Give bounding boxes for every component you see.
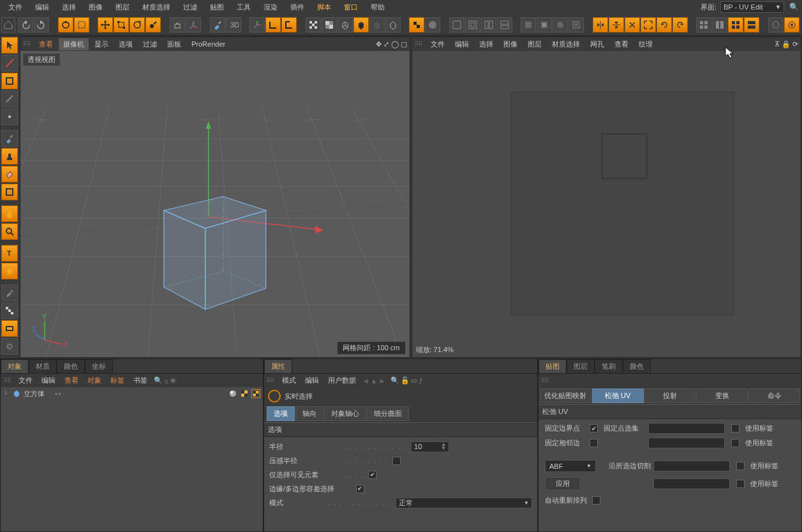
pointer-tool-icon[interactable]: [1, 37, 18, 54]
live-select-icon[interactable]: [58, 17, 73, 33]
selected-tag-icon[interactable]: [251, 389, 260, 398]
visibility-dot-icon[interactable]: •: [55, 390, 57, 397]
brush-3d-icon[interactable]: 3D: [226, 17, 241, 33]
redo-icon[interactable]: [34, 17, 49, 33]
home-icon[interactable]: [1, 17, 15, 33]
checkbox-tolerant[interactable]: [356, 485, 364, 493]
subtab-axis[interactable]: 轴向: [295, 406, 323, 421]
obj-menu-tags[interactable]: 标签: [107, 374, 128, 387]
lastused-icon[interactable]: [145, 17, 161, 33]
home-small-icon[interactable]: ⌂: [164, 377, 168, 385]
subtab-objaxis[interactable]: 对象轴心: [324, 406, 366, 421]
uv-menu-select[interactable]: 选择: [475, 38, 498, 50]
paint-brush-icon[interactable]: [1, 130, 18, 147]
axis-icon[interactable]: [249, 17, 265, 33]
attr-menu-userdata[interactable]: 用户数据: [324, 374, 360, 387]
tab-material[interactable]: 材质: [29, 359, 57, 373]
grid-a-icon[interactable]: [696, 17, 711, 33]
gear-tool-icon[interactable]: [1, 338, 18, 355]
back-icon[interactable]: ◄: [362, 377, 369, 385]
drop-icon[interactable]: [1, 205, 18, 222]
vp-menu-camera[interactable]: 摄像机: [59, 38, 89, 50]
new-window-icon[interactable]: ▭: [411, 376, 417, 385]
tab-uv-layer[interactable]: 图层: [567, 359, 595, 373]
input-radius[interactable]: 10▲▼: [411, 441, 449, 452]
nav-icon[interactable]: ▲: [371, 377, 378, 385]
uv-menu-image[interactable]: 图像: [499, 38, 522, 50]
menu-window[interactable]: 窗口: [338, 1, 364, 13]
tab-coord[interactable]: 坐标: [85, 359, 113, 373]
checkbox-use-tag1b[interactable]: [731, 439, 739, 447]
checkbox-visible[interactable]: [368, 471, 376, 479]
coord-l-icon[interactable]: [281, 17, 297, 33]
vp-menu-prorender[interactable]: ProRender: [187, 39, 230, 49]
brush-icon[interactable]: [210, 17, 225, 33]
grip-icon[interactable]: ⠿⠿: [415, 41, 422, 47]
obj-menu-bookmark[interactable]: 书签: [130, 374, 151, 387]
object-tree-row[interactable]: └ 立方体 • •: [1, 387, 263, 400]
vp-menu-filter[interactable]: 过滤: [138, 38, 161, 50]
layer-mask-icon[interactable]: [1, 320, 18, 337]
grip-icon[interactable]: ⠿⠿: [3, 378, 11, 384]
select-abf[interactable]: ABF▼: [545, 460, 596, 472]
grid-d-icon[interactable]: [744, 17, 759, 33]
menu-filter[interactable]: 过滤: [177, 1, 203, 13]
eraser-icon[interactable]: [1, 166, 18, 182]
tab-uv-color[interactable]: 颜色: [623, 359, 651, 373]
viewport-3d-canvas[interactable]: 透视视图: [20, 51, 410, 357]
poly-tool-icon[interactable]: [1, 73, 18, 89]
function-icon[interactable]: ƒ: [419, 377, 422, 385]
object-name[interactable]: 立方体: [24, 389, 45, 399]
uv-menu-texture[interactable]: 纹理: [634, 38, 657, 50]
mirror-h-icon[interactable]: [593, 17, 608, 33]
lock-icon[interactable]: 🔓: [401, 376, 410, 385]
uv-menu-mesh[interactable]: 网孔: [586, 38, 609, 50]
star-icon[interactable]: [1, 263, 18, 279]
menu-script[interactable]: 脚本: [311, 1, 337, 13]
grid-b-icon[interactable]: [712, 17, 727, 33]
tree-caret-icon[interactable]: └: [3, 390, 10, 397]
menu-help[interactable]: 帮助: [365, 1, 390, 13]
checker-small-icon[interactable]: [409, 17, 424, 33]
grip-icon[interactable]: ⠿⠿: [267, 378, 274, 384]
obj-menu-edit[interactable]: 编辑: [38, 374, 59, 387]
rect-select-icon[interactable]: [74, 17, 89, 33]
bucket-icon[interactable]: [1, 184, 18, 200]
visibility-dot2-icon[interactable]: •: [59, 390, 61, 397]
tab-color[interactable]: 颜色: [57, 359, 85, 373]
rotate-icon[interactable]: [130, 17, 145, 33]
obj-menu-object[interactable]: 对象: [84, 374, 105, 387]
attr-menu-mode[interactable]: 模式: [278, 374, 300, 387]
vp-menu-display[interactable]: 显示: [90, 38, 113, 50]
nav-pan-icon[interactable]: ✥: [376, 40, 382, 48]
input-cut-edges2[interactable]: [653, 478, 730, 489]
uv-menu-file[interactable]: 文件: [426, 38, 449, 50]
checker-tool-icon[interactable]: [1, 302, 18, 319]
wand-icon[interactable]: [1, 91, 18, 107]
coord-corner-icon[interactable]: [265, 17, 281, 33]
input-fix-sel[interactable]: [648, 423, 725, 434]
nav-max-icon[interactable]: ▢: [401, 40, 407, 48]
uv-c-icon[interactable]: [481, 17, 496, 33]
menu-tools[interactable]: 工具: [231, 1, 256, 13]
menu-file[interactable]: 文件: [3, 1, 28, 13]
sync-icon[interactable]: ⟳: [792, 40, 798, 48]
map-1-icon[interactable]: [521, 17, 536, 33]
attr-menu-edit[interactable]: 编辑: [301, 374, 323, 387]
uv-a-icon[interactable]: [449, 17, 464, 33]
move-icon[interactable]: [98, 17, 113, 33]
obj-menu-file[interactable]: 文件: [15, 374, 36, 387]
input-cut-edges[interactable]: [653, 461, 730, 471]
uv-menu-layer[interactable]: 图层: [523, 38, 546, 50]
input-fix-adj[interactable]: [648, 438, 725, 448]
point-tool-icon[interactable]: [1, 108, 18, 125]
uv-menu-material[interactable]: 材质选择: [547, 38, 584, 50]
viewport-uv-canvas[interactable]: 缩放: 71.4%: [412, 51, 801, 357]
nav-orbit-icon[interactable]: ◯: [391, 40, 399, 48]
xyz-icon[interactable]: [186, 17, 201, 33]
uv-b-icon[interactable]: [465, 17, 480, 33]
checkbox-use-tag1[interactable]: [731, 424, 739, 432]
menu-material[interactable]: 材质选择: [137, 1, 176, 13]
obj-menu-view[interactable]: 查看: [61, 374, 82, 387]
subtab-options[interactable]: 选项: [267, 406, 295, 421]
